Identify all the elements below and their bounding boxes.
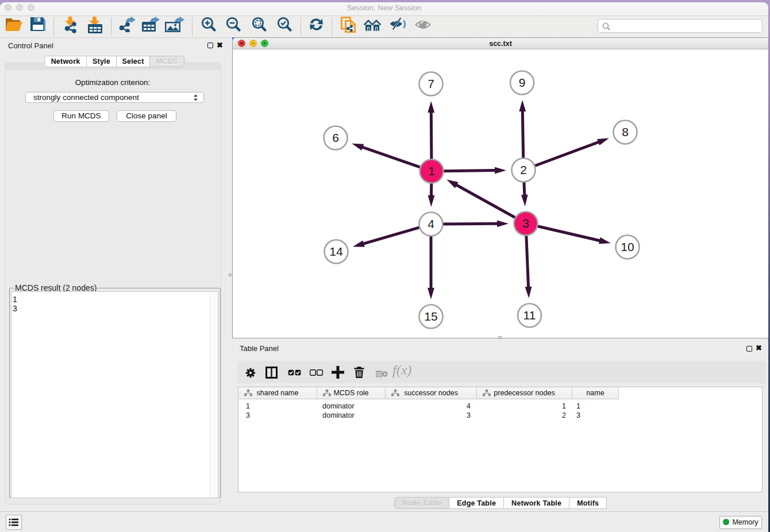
svg-text:9: 9 [519, 76, 526, 89]
svg-text:10: 10 [621, 240, 634, 253]
svg-text:8: 8 [622, 125, 629, 138]
svg-text:3: 3 [522, 217, 529, 230]
svg-text:1: 1 [428, 164, 435, 178]
svg-text:14: 14 [329, 245, 343, 258]
svg-text:4: 4 [428, 217, 434, 230]
svg-text:11: 11 [523, 309, 536, 322]
svg-text:2: 2 [520, 163, 527, 176]
svg-text:15: 15 [424, 310, 437, 323]
svg-text:6: 6 [332, 131, 339, 144]
svg-text:7: 7 [428, 77, 434, 90]
